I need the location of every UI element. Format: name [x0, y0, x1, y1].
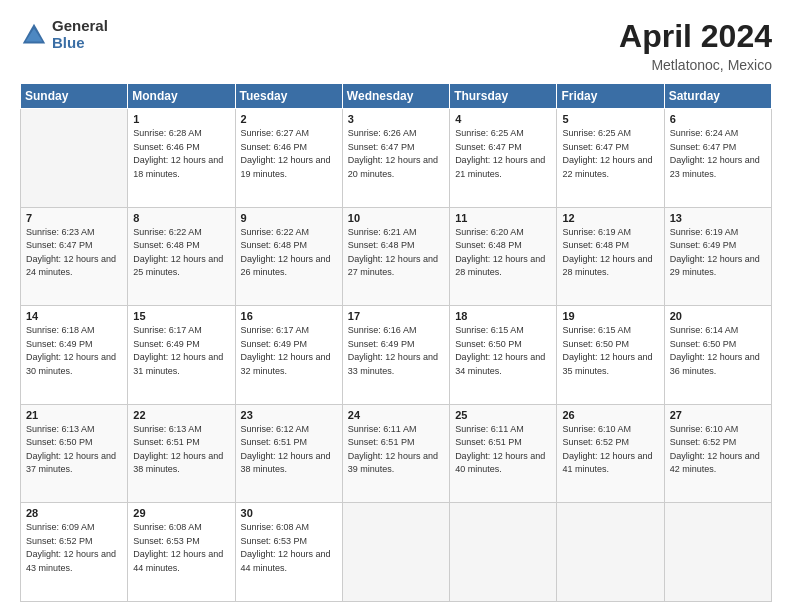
- day-info: Sunrise: 6:28 AMSunset: 6:46 PMDaylight:…: [133, 127, 229, 181]
- day-info: Sunrise: 6:10 AMSunset: 6:52 PMDaylight:…: [670, 423, 766, 477]
- calendar-cell: [557, 503, 664, 602]
- calendar-cell: 22Sunrise: 6:13 AMSunset: 6:51 PMDayligh…: [128, 404, 235, 503]
- calendar-cell: 1Sunrise: 6:28 AMSunset: 6:46 PMDaylight…: [128, 109, 235, 208]
- calendar-cell: 24Sunrise: 6:11 AMSunset: 6:51 PMDayligh…: [342, 404, 449, 503]
- title-block: April 2024 Metlatonoc, Mexico: [619, 18, 772, 73]
- header-row: Sunday Monday Tuesday Wednesday Thursday…: [21, 84, 772, 109]
- calendar-cell: 19Sunrise: 6:15 AMSunset: 6:50 PMDayligh…: [557, 306, 664, 405]
- day-info: Sunrise: 6:08 AMSunset: 6:53 PMDaylight:…: [241, 521, 337, 575]
- day-info: Sunrise: 6:17 AMSunset: 6:49 PMDaylight:…: [241, 324, 337, 378]
- day-number: 8: [133, 212, 229, 224]
- day-info: Sunrise: 6:17 AMSunset: 6:49 PMDaylight:…: [133, 324, 229, 378]
- calendar-cell: 7Sunrise: 6:23 AMSunset: 6:47 PMDaylight…: [21, 207, 128, 306]
- calendar-cell: 15Sunrise: 6:17 AMSunset: 6:49 PMDayligh…: [128, 306, 235, 405]
- calendar-week-2: 14Sunrise: 6:18 AMSunset: 6:49 PMDayligh…: [21, 306, 772, 405]
- logo-text: General Blue: [52, 18, 108, 51]
- day-number: 10: [348, 212, 444, 224]
- day-number: 2: [241, 113, 337, 125]
- day-info: Sunrise: 6:22 AMSunset: 6:48 PMDaylight:…: [241, 226, 337, 280]
- logo-icon: [20, 21, 48, 49]
- calendar-cell: 25Sunrise: 6:11 AMSunset: 6:51 PMDayligh…: [450, 404, 557, 503]
- calendar-cell: 23Sunrise: 6:12 AMSunset: 6:51 PMDayligh…: [235, 404, 342, 503]
- day-number: 22: [133, 409, 229, 421]
- calendar-cell: 8Sunrise: 6:22 AMSunset: 6:48 PMDaylight…: [128, 207, 235, 306]
- col-tuesday: Tuesday: [235, 84, 342, 109]
- day-number: 15: [133, 310, 229, 322]
- day-number: 12: [562, 212, 658, 224]
- day-number: 28: [26, 507, 122, 519]
- calendar-cell: 29Sunrise: 6:08 AMSunset: 6:53 PMDayligh…: [128, 503, 235, 602]
- day-number: 16: [241, 310, 337, 322]
- day-number: 11: [455, 212, 551, 224]
- day-number: 25: [455, 409, 551, 421]
- calendar-cell: 5Sunrise: 6:25 AMSunset: 6:47 PMDaylight…: [557, 109, 664, 208]
- day-info: Sunrise: 6:09 AMSunset: 6:52 PMDaylight:…: [26, 521, 122, 575]
- calendar-cell: 20Sunrise: 6:14 AMSunset: 6:50 PMDayligh…: [664, 306, 771, 405]
- calendar-cell: 12Sunrise: 6:19 AMSunset: 6:48 PMDayligh…: [557, 207, 664, 306]
- day-number: 29: [133, 507, 229, 519]
- calendar-cell: 4Sunrise: 6:25 AMSunset: 6:47 PMDaylight…: [450, 109, 557, 208]
- day-info: Sunrise: 6:19 AMSunset: 6:49 PMDaylight:…: [670, 226, 766, 280]
- day-info: Sunrise: 6:19 AMSunset: 6:48 PMDaylight:…: [562, 226, 658, 280]
- calendar-cell: 30Sunrise: 6:08 AMSunset: 6:53 PMDayligh…: [235, 503, 342, 602]
- day-info: Sunrise: 6:12 AMSunset: 6:51 PMDaylight:…: [241, 423, 337, 477]
- day-info: Sunrise: 6:26 AMSunset: 6:47 PMDaylight:…: [348, 127, 444, 181]
- col-thursday: Thursday: [450, 84, 557, 109]
- calendar-cell: [342, 503, 449, 602]
- logo-general-text: General: [52, 18, 108, 35]
- calendar-week-1: 7Sunrise: 6:23 AMSunset: 6:47 PMDaylight…: [21, 207, 772, 306]
- day-number: 23: [241, 409, 337, 421]
- calendar-cell: 10Sunrise: 6:21 AMSunset: 6:48 PMDayligh…: [342, 207, 449, 306]
- calendar-cell: 27Sunrise: 6:10 AMSunset: 6:52 PMDayligh…: [664, 404, 771, 503]
- day-number: 20: [670, 310, 766, 322]
- day-number: 18: [455, 310, 551, 322]
- logo-blue-text: Blue: [52, 35, 108, 52]
- day-info: Sunrise: 6:25 AMSunset: 6:47 PMDaylight:…: [455, 127, 551, 181]
- day-number: 6: [670, 113, 766, 125]
- page: General Blue April 2024 Metlatonoc, Mexi…: [0, 0, 792, 612]
- calendar-cell: 28Sunrise: 6:09 AMSunset: 6:52 PMDayligh…: [21, 503, 128, 602]
- day-number: 7: [26, 212, 122, 224]
- calendar-cell: 21Sunrise: 6:13 AMSunset: 6:50 PMDayligh…: [21, 404, 128, 503]
- calendar-cell: 26Sunrise: 6:10 AMSunset: 6:52 PMDayligh…: [557, 404, 664, 503]
- header: General Blue April 2024 Metlatonoc, Mexi…: [20, 18, 772, 73]
- day-number: 21: [26, 409, 122, 421]
- calendar-location: Metlatonoc, Mexico: [619, 57, 772, 73]
- calendar-cell: [664, 503, 771, 602]
- day-info: Sunrise: 6:22 AMSunset: 6:48 PMDaylight:…: [133, 226, 229, 280]
- calendar-week-3: 21Sunrise: 6:13 AMSunset: 6:50 PMDayligh…: [21, 404, 772, 503]
- day-number: 27: [670, 409, 766, 421]
- day-info: Sunrise: 6:08 AMSunset: 6:53 PMDaylight:…: [133, 521, 229, 575]
- day-info: Sunrise: 6:24 AMSunset: 6:47 PMDaylight:…: [670, 127, 766, 181]
- col-saturday: Saturday: [664, 84, 771, 109]
- day-info: Sunrise: 6:13 AMSunset: 6:50 PMDaylight:…: [26, 423, 122, 477]
- day-number: 9: [241, 212, 337, 224]
- calendar-cell: 14Sunrise: 6:18 AMSunset: 6:49 PMDayligh…: [21, 306, 128, 405]
- calendar-cell: 17Sunrise: 6:16 AMSunset: 6:49 PMDayligh…: [342, 306, 449, 405]
- calendar-cell: 18Sunrise: 6:15 AMSunset: 6:50 PMDayligh…: [450, 306, 557, 405]
- calendar-cell: 11Sunrise: 6:20 AMSunset: 6:48 PMDayligh…: [450, 207, 557, 306]
- day-number: 26: [562, 409, 658, 421]
- logo: General Blue: [20, 18, 108, 51]
- day-number: 17: [348, 310, 444, 322]
- col-wednesday: Wednesday: [342, 84, 449, 109]
- day-info: Sunrise: 6:25 AMSunset: 6:47 PMDaylight:…: [562, 127, 658, 181]
- day-info: Sunrise: 6:11 AMSunset: 6:51 PMDaylight:…: [455, 423, 551, 477]
- day-number: 13: [670, 212, 766, 224]
- day-number: 14: [26, 310, 122, 322]
- calendar-cell: 2Sunrise: 6:27 AMSunset: 6:46 PMDaylight…: [235, 109, 342, 208]
- day-number: 24: [348, 409, 444, 421]
- calendar-cell: 6Sunrise: 6:24 AMSunset: 6:47 PMDaylight…: [664, 109, 771, 208]
- day-number: 1: [133, 113, 229, 125]
- day-number: 5: [562, 113, 658, 125]
- day-number: 3: [348, 113, 444, 125]
- calendar-cell: 3Sunrise: 6:26 AMSunset: 6:47 PMDaylight…: [342, 109, 449, 208]
- day-info: Sunrise: 6:18 AMSunset: 6:49 PMDaylight:…: [26, 324, 122, 378]
- calendar-cell: [450, 503, 557, 602]
- day-info: Sunrise: 6:15 AMSunset: 6:50 PMDaylight:…: [455, 324, 551, 378]
- day-number: 19: [562, 310, 658, 322]
- day-info: Sunrise: 6:20 AMSunset: 6:48 PMDaylight:…: [455, 226, 551, 280]
- calendar-cell: [21, 109, 128, 208]
- day-info: Sunrise: 6:11 AMSunset: 6:51 PMDaylight:…: [348, 423, 444, 477]
- day-info: Sunrise: 6:23 AMSunset: 6:47 PMDaylight:…: [26, 226, 122, 280]
